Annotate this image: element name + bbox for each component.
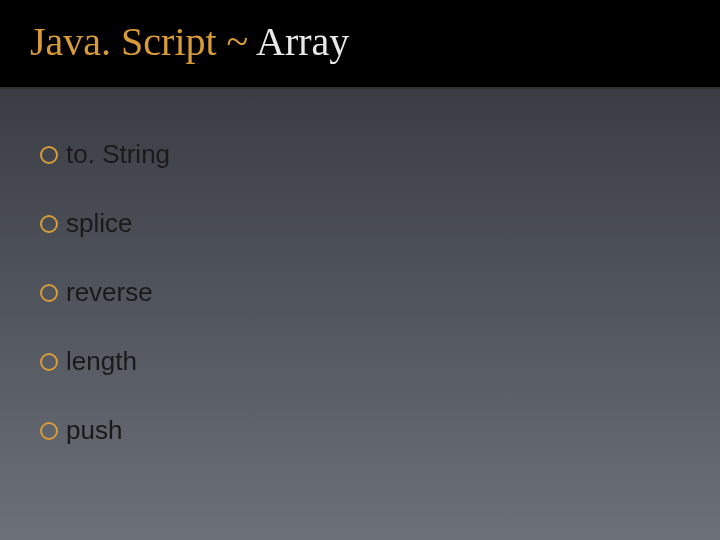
list-item: length <box>40 346 680 377</box>
title-subject: Array <box>256 19 349 64</box>
list-item: splice <box>40 208 680 239</box>
circle-bullet-icon <box>40 422 58 440</box>
title-topic: Java. Script ~ <box>30 19 256 64</box>
slide-title: Java. Script ~ Array <box>30 18 690 65</box>
item-label: splice <box>66 208 132 239</box>
slide-header: Java. Script ~ Array <box>0 0 720 89</box>
item-label: reverse <box>66 277 153 308</box>
slide-body: to. String splice reverse length push <box>0 89 720 540</box>
list-item: push <box>40 415 680 446</box>
item-label: to. String <box>66 139 170 170</box>
item-label: length <box>66 346 137 377</box>
circle-bullet-icon <box>40 284 58 302</box>
list-item: reverse <box>40 277 680 308</box>
circle-bullet-icon <box>40 215 58 233</box>
item-label: push <box>66 415 122 446</box>
slide: Java. Script ~ Array to. String splice r… <box>0 0 720 540</box>
circle-bullet-icon <box>40 146 58 164</box>
circle-bullet-icon <box>40 353 58 371</box>
list-item: to. String <box>40 139 680 170</box>
